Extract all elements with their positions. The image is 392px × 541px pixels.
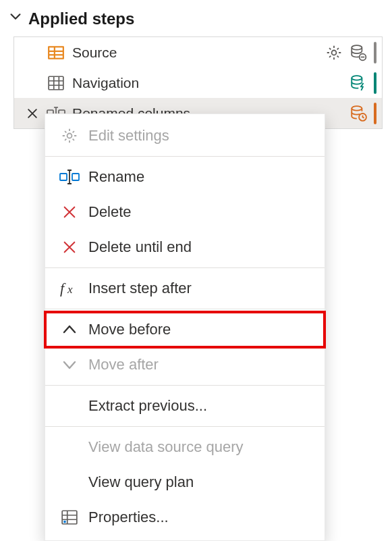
svg-point-8 [352, 45, 362, 50]
close-icon [53, 205, 86, 220]
svg-rect-5 [55, 51, 63, 53]
database-minus-icon[interactable] [348, 43, 368, 63]
svg-rect-22 [63, 521, 65, 523]
menu-delete[interactable]: Delete [45, 195, 325, 230]
menu-extract-previous[interactable]: Extract previous... [45, 388, 325, 423]
table-step-icon [47, 74, 65, 92]
menu-label: Move after [88, 356, 316, 373]
chevron-down-icon [8, 9, 23, 28]
menu-label: Delete [88, 203, 316, 221]
database-clock-icon[interactable] [348, 103, 368, 124]
menu-properties[interactable]: Properties... [45, 500, 325, 535]
step-status-stripe [374, 103, 376, 124]
chevron-down-icon [53, 357, 86, 373]
step-status-stripe [374, 72, 376, 94]
menu-separator [45, 309, 325, 309]
properties-icon [53, 509, 86, 526]
svg-text:f: f [60, 280, 66, 297]
svg-text:x: x [67, 283, 73, 296]
applied-steps-header[interactable]: Applied steps [0, 0, 392, 32]
menu-label: Rename [88, 168, 316, 186]
svg-rect-10 [49, 76, 63, 90]
menu-delete-until-end[interactable]: Delete until end [45, 230, 325, 265]
step-status-stripe [374, 42, 376, 63]
applied-step-row[interactable]: Source [14, 37, 382, 68]
menu-label: Edit settings [88, 127, 316, 145]
rename-icon [53, 169, 86, 185]
fx-icon: f x [53, 280, 86, 297]
menu-label: Extract previous... [88, 397, 316, 415]
applied-steps-title: Applied steps [28, 9, 134, 28]
gear-icon[interactable] [324, 43, 344, 63]
menu-separator [45, 426, 325, 427]
menu-label: View data source query [88, 438, 316, 456]
gear-icon [53, 127, 86, 145]
svg-point-7 [332, 50, 337, 55]
svg-rect-1 [49, 47, 54, 50]
svg-rect-3 [49, 55, 54, 57]
step-label: Navigation [72, 75, 348, 91]
menu-insert-step-after[interactable]: f x Insert step after [45, 271, 325, 306]
source-step-icon [47, 44, 65, 61]
menu-label: Move before [88, 321, 316, 338]
step-label: Source [72, 45, 324, 61]
menu-separator [45, 385, 325, 386]
menu-separator [45, 267, 325, 268]
applied-step-row[interactable]: Navigation [14, 68, 382, 98]
menu-view-data-source-query: View data source query [45, 430, 325, 465]
svg-point-16 [67, 134, 72, 138]
menu-edit-settings: Edit settings [45, 118, 325, 153]
menu-view-query-plan[interactable]: View query plan [45, 465, 325, 500]
menu-label: Insert step after [88, 280, 316, 297]
menu-move-after: Move after [45, 347, 325, 382]
step-context-menu: Edit settings Rename Delete Delete until… [45, 113, 325, 541]
database-bolt-icon[interactable] [348, 73, 368, 93]
delete-step-button[interactable] [18, 107, 47, 120]
svg-rect-2 [49, 51, 54, 53]
menu-move-before[interactable]: Move before [45, 312, 325, 347]
svg-rect-4 [55, 47, 63, 50]
close-icon [53, 240, 86, 255]
svg-rect-17 [60, 174, 67, 180]
menu-label: Properties... [88, 509, 316, 526]
menu-label: Delete until end [88, 238, 316, 256]
svg-point-11 [352, 76, 362, 80]
svg-rect-18 [72, 174, 79, 180]
menu-rename[interactable]: Rename [45, 159, 325, 195]
menu-separator [45, 156, 325, 157]
svg-point-14 [352, 106, 362, 111]
menu-label: View query plan [88, 473, 316, 491]
chevron-up-icon [53, 321, 86, 338]
svg-rect-6 [55, 55, 63, 57]
